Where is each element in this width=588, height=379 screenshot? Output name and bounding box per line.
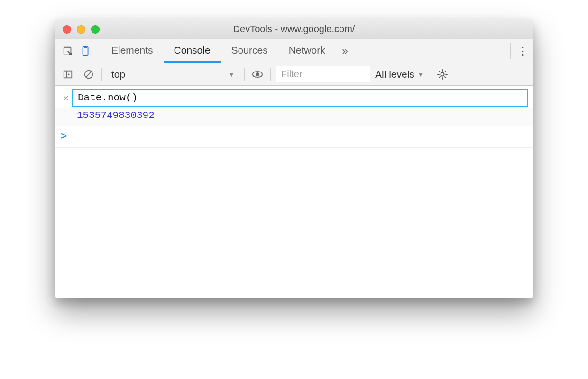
maximize-window-button[interactable] bbox=[91, 25, 100, 34]
svg-point-8 bbox=[441, 72, 444, 76]
devtools-window: DevTools - www.google.com/ Elements Cons… bbox=[55, 19, 533, 298]
divider bbox=[244, 68, 245, 81]
titlebar: DevTools - www.google.com/ bbox=[55, 19, 533, 39]
divider bbox=[98, 43, 98, 59]
inspect-element-icon[interactable] bbox=[59, 39, 77, 63]
traffic-lights bbox=[55, 25, 100, 34]
live-expression-row: × Date.now() bbox=[55, 86, 533, 108]
tab-console[interactable]: Console bbox=[164, 39, 221, 63]
caret-down-icon: ▼ bbox=[228, 71, 235, 78]
divider bbox=[429, 68, 429, 81]
context-label: top bbox=[111, 69, 125, 80]
filter-input[interactable] bbox=[276, 66, 370, 82]
prompt-chevron-icon: > bbox=[61, 131, 67, 143]
console-output: × Date.now() 1535749830392 > bbox=[55, 86, 533, 298]
divider bbox=[270, 68, 271, 81]
caret-down-icon: ▼ bbox=[417, 71, 424, 78]
tab-sources[interactable]: Sources bbox=[221, 39, 278, 63]
svg-point-7 bbox=[256, 72, 259, 76]
clear-console-icon[interactable] bbox=[81, 66, 97, 82]
svg-rect-3 bbox=[64, 71, 72, 78]
divider bbox=[101, 68, 102, 81]
toggle-sidebar-icon[interactable] bbox=[60, 66, 76, 82]
log-levels-select[interactable]: All levels ▼ bbox=[375, 69, 424, 80]
device-toolbar-icon[interactable] bbox=[77, 39, 95, 63]
main-toolbar: Elements Console Sources Network » ⋮ bbox=[55, 39, 533, 63]
live-expression-input[interactable]: Date.now() bbox=[72, 89, 528, 107]
close-window-button[interactable] bbox=[63, 25, 71, 34]
menu-button[interactable]: ⋮ bbox=[510, 43, 529, 59]
tab-elements[interactable]: Elements bbox=[101, 39, 164, 63]
live-expression-icon[interactable] bbox=[249, 66, 266, 82]
more-tabs-button[interactable]: » bbox=[336, 39, 355, 63]
window-title: DevTools - www.google.com/ bbox=[55, 24, 533, 35]
minimize-window-button[interactable] bbox=[77, 25, 85, 34]
svg-line-6 bbox=[86, 72, 92, 77]
remove-expression-icon[interactable]: × bbox=[60, 89, 72, 104]
tab-network[interactable]: Network bbox=[278, 39, 336, 63]
execution-context-select[interactable]: top ▼ bbox=[107, 69, 239, 80]
console-prompt-row[interactable]: > bbox=[55, 126, 533, 148]
levels-label: All levels bbox=[375, 69, 414, 80]
console-toolbar: top ▼ All levels ▼ bbox=[55, 63, 533, 86]
console-settings-icon[interactable] bbox=[434, 69, 451, 80]
live-expression-result: 1535749830392 bbox=[55, 108, 533, 126]
svg-rect-1 bbox=[83, 46, 88, 55]
